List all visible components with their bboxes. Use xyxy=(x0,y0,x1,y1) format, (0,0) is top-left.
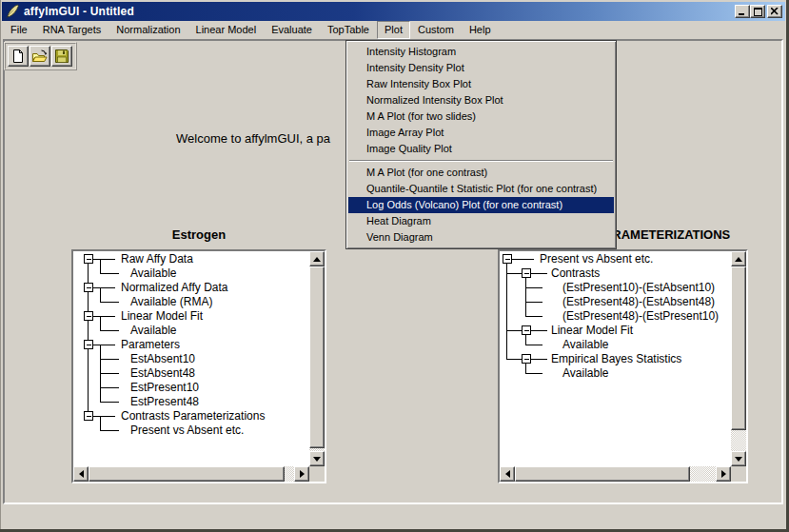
window-title: affylmGUI - Untitled xyxy=(24,5,134,18)
plot-menu-item-raw-intensity-box-plot[interactable]: Raw Intensity Box Plot xyxy=(348,76,614,92)
tree-node[interactable]: Contrasts Parameterizations xyxy=(121,409,265,423)
maximize-button[interactable] xyxy=(750,5,765,18)
open-file-button[interactable] xyxy=(30,46,50,67)
up-arrow-icon xyxy=(735,257,742,262)
tree-node[interactable]: Linear Model Fit xyxy=(551,324,633,337)
menubar-item-evaluate[interactable]: Evaluate xyxy=(264,21,320,39)
floppy-disk-icon xyxy=(54,49,69,64)
tree-node[interactable]: (EstPresent10)-(EstAbsent10) xyxy=(562,281,715,294)
left-arrow-icon xyxy=(505,470,510,478)
menu-bar: FileRNA TargetsNormalizationLinear Model… xyxy=(2,21,785,39)
right-tree-hscrollbar[interactable] xyxy=(500,466,731,482)
scroll-up-button[interactable] xyxy=(731,251,746,266)
scrollbar-corner xyxy=(309,466,325,482)
tree-node[interactable]: Present vs Absent etc. xyxy=(130,424,244,437)
app-feather-icon xyxy=(5,4,20,19)
left-arrow-icon xyxy=(79,470,84,478)
scroll-left-button[interactable] xyxy=(73,466,89,482)
blank-page-icon xyxy=(10,49,26,64)
welcome-text: Welcome to affylmGUI, a pa xyxy=(176,131,330,146)
down-arrow-icon xyxy=(313,457,321,462)
tree-node[interactable]: Normalized Affy Data xyxy=(121,281,228,294)
plot-menu-item-intensity-density-plot[interactable]: Intensity Density Plot xyxy=(348,60,614,76)
tree-node[interactable]: (EstPresent48)-(EstAbsent48) xyxy=(562,295,715,308)
plot-menu-item-normalized-intensity-box-plot[interactable]: Normalized Intensity Box Plot xyxy=(348,92,614,108)
vscroll-thumb[interactable] xyxy=(309,266,325,448)
tree-node[interactable]: Parameters xyxy=(121,338,180,351)
scroll-up-button[interactable] xyxy=(309,251,325,266)
tree-node[interactable]: EstAbsent48 xyxy=(130,366,195,380)
menubar-item-file[interactable]: File xyxy=(3,21,35,39)
menubar-item-plot[interactable]: Plot xyxy=(377,21,410,39)
application-window: affylmGUI - Untitled FileRNA TargetsNorm… xyxy=(0,0,789,532)
plot-menu-item-image-quality-plot[interactable]: Image Quality Plot xyxy=(348,141,614,157)
left-tree-content: Raw Affy DataAvailableNormalized Affy Da… xyxy=(73,251,309,466)
plot-menu-item-m-a-plot-for-two-slides-[interactable]: M A Plot (for two slides) xyxy=(348,108,614,125)
up-arrow-icon xyxy=(313,257,321,262)
plot-menu-item-m-a-plot-for-one-contrast-[interactable]: M A Plot (for one contrast) xyxy=(348,165,614,181)
scroll-right-button[interactable] xyxy=(716,466,731,482)
menubar-item-toptable[interactable]: TopTable xyxy=(320,21,377,39)
tree-node[interactable]: Empirical Bayes Statistics xyxy=(551,352,681,365)
scrollbar-corner xyxy=(731,466,746,482)
menubar-item-linear-model[interactable]: Linear Model xyxy=(188,21,265,39)
plot-menu-item-log-odds-volcano-plot-for-one-contrast-[interactable]: Log Odds (Volcano) Plot (for one contras… xyxy=(348,197,614,213)
left-tree-title: Estrogen xyxy=(71,227,326,243)
right-arrow-icon xyxy=(721,470,726,478)
vscroll-thumb[interactable] xyxy=(731,266,746,430)
close-button[interactable] xyxy=(767,5,782,18)
right-tree-content: Present vs Absent etc.Contrasts(EstPrese… xyxy=(500,251,731,466)
toolbar xyxy=(4,42,77,70)
scroll-down-button[interactable] xyxy=(731,451,746,466)
tree-node[interactable]: EstPresent10 xyxy=(130,381,199,394)
menubar-item-normalization[interactable]: Normalization xyxy=(108,21,187,39)
down-arrow-icon xyxy=(735,457,742,462)
maximize-icon xyxy=(754,8,762,16)
menu-separator xyxy=(349,160,613,162)
title-bar[interactable]: affylmGUI - Untitled xyxy=(2,2,785,21)
tree-node[interactable]: Available xyxy=(130,266,176,280)
plot-menu-dropdown: Intensity HistogramIntensity Density Plo… xyxy=(345,40,617,249)
left-tree-hscrollbar[interactable] xyxy=(73,466,309,482)
tree-node[interactable]: Contrasts xyxy=(551,266,600,280)
tree-node[interactable]: Linear Model Fit xyxy=(121,309,203,323)
hscroll-thumb[interactable] xyxy=(515,466,690,482)
tree-node[interactable]: EstPresent48 xyxy=(130,395,199,408)
menubar-item-custom[interactable]: Custom xyxy=(410,21,462,39)
open-folder-icon xyxy=(31,49,49,64)
new-file-button[interactable] xyxy=(8,46,29,67)
plot-menu-item-quantile-quantile-t-statistic-plot-for-one-contrast-[interactable]: Quantile-Quantile t Statistic Plot (for … xyxy=(348,181,614,197)
tree-node[interactable]: Available xyxy=(130,324,176,337)
save-file-button[interactable] xyxy=(51,46,72,67)
tree-node[interactable]: (EstPresent48)-(EstPresent10) xyxy=(562,309,719,323)
left-tree-vscrollbar[interactable] xyxy=(309,251,325,466)
tree-node[interactable]: Available xyxy=(562,366,608,380)
scroll-right-button[interactable] xyxy=(294,466,309,482)
tree-node[interactable]: Raw Affy Data xyxy=(121,252,193,266)
right-arrow-icon xyxy=(300,470,305,478)
plot-menu-item-venn-diagram[interactable]: Venn Diagram xyxy=(348,229,614,246)
tree-node[interactable]: Available xyxy=(562,338,608,351)
minimize-button[interactable] xyxy=(735,5,750,18)
hscroll-thumb[interactable] xyxy=(89,466,285,482)
menubar-item-rna-targets[interactable]: RNA Targets xyxy=(35,21,109,39)
close-icon xyxy=(771,8,779,15)
plot-menu-item-image-array-plot[interactable]: Image Array Plot xyxy=(348,125,614,141)
scroll-left-button[interactable] xyxy=(500,466,515,482)
minimize-icon xyxy=(739,8,746,15)
tree-node[interactable]: EstAbsent10 xyxy=(130,352,195,365)
plot-menu-item-heat-diagram[interactable]: Heat Diagram xyxy=(348,213,614,229)
menubar-item-help[interactable]: Help xyxy=(462,21,499,39)
scroll-down-button[interactable] xyxy=(309,451,325,466)
plot-menu-item-intensity-histogram[interactable]: Intensity Histogram xyxy=(348,44,614,60)
right-tree-vscrollbar[interactable] xyxy=(731,251,746,466)
tree-node[interactable]: Available (RMA) xyxy=(130,295,212,308)
tree-node[interactable]: Present vs Absent etc. xyxy=(540,252,653,266)
